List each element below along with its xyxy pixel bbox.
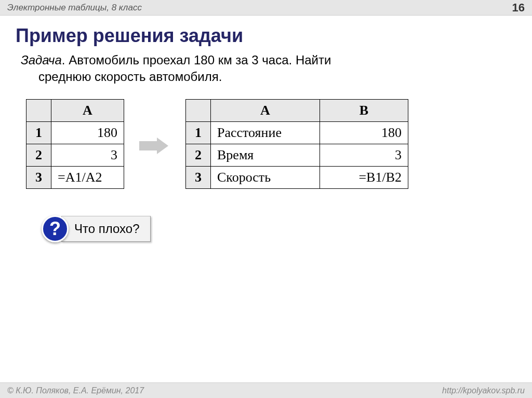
slide-footer: © К.Ю. Поляков, Е.А. Ерёмин, 2017 http:/… (0, 382, 532, 398)
task-sep: . (62, 53, 69, 67)
row-header: 2 (186, 144, 211, 166)
cell-b1: 180 (320, 121, 408, 144)
row-header: 1 (26, 121, 51, 144)
cell-a3: =A1/A2 (51, 166, 124, 188)
row-header: 3 (186, 166, 211, 188)
cell-a2: Время (211, 144, 320, 166)
col-header-a: A (211, 99, 320, 121)
question-callout: ? Что плохо? (42, 215, 532, 242)
task-line2: среднюю скорость автомобиля. (21, 68, 516, 85)
corner-cell (26, 99, 51, 121)
footer-url: http://kpolyakov.spb.ru (442, 386, 525, 395)
subject-label: Электронные таблицы, 8 класс (7, 3, 142, 13)
cell-a1: Расстояние (211, 121, 320, 144)
arrow-right-icon (137, 99, 173, 193)
row-header: 3 (26, 166, 51, 188)
task-label: Задача (21, 53, 62, 67)
row-header: 2 (26, 144, 51, 166)
cell-a2: 3 (51, 144, 124, 166)
cell-b2: 3 (320, 144, 408, 166)
row-header: 1 (186, 121, 211, 144)
spreadsheet-1: A 1 180 2 3 3 =A1/A2 (26, 99, 124, 189)
task-line1: Автомобиль проехал 180 км за 3 часа. Най… (69, 53, 331, 67)
cell-b3: =B1/B2 (320, 166, 408, 188)
slide-title: Пример решения задачи (0, 16, 532, 50)
cell-a3: Скорость (211, 166, 320, 188)
question-text: Что плохо? (61, 216, 151, 242)
tables-row: A 1 180 2 3 3 =A1/A2 A B 1 Расстояние (0, 90, 532, 193)
spreadsheet-2: A B 1 Расстояние 180 2 Время 3 3 Скорост… (185, 99, 408, 189)
slide-header: Электронные таблицы, 8 класс 16 (0, 0, 532, 16)
col-header-a: A (51, 99, 124, 121)
col-header-b: B (320, 99, 408, 121)
copyright-text: © К.Ю. Поляков, Е.А. Ерёмин, 2017 (7, 386, 144, 395)
cell-a1: 180 (51, 121, 124, 144)
question-mark-icon: ? (42, 215, 69, 242)
task-text: Задача. Автомобиль проехал 180 км за 3 ч… (0, 50, 532, 90)
corner-cell (186, 99, 211, 121)
page-number: 16 (512, 1, 525, 15)
